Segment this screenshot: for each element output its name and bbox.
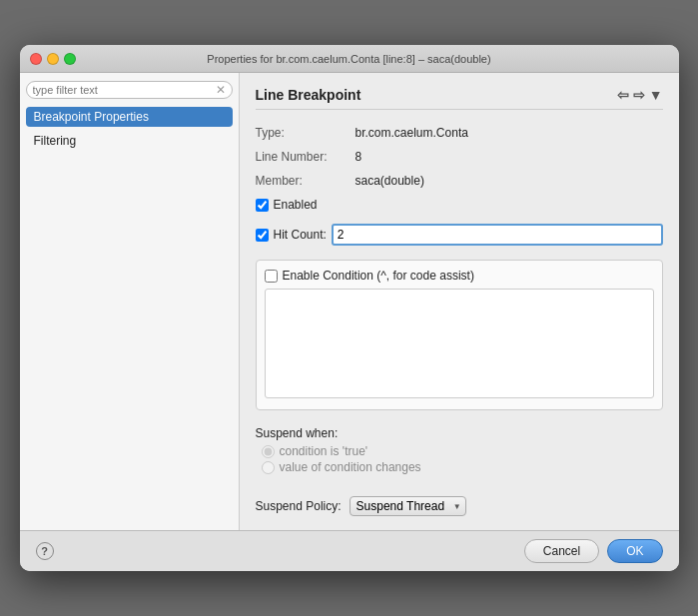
sidebar-item-breakpoint-properties[interactable]: Breakpoint Properties [26, 107, 233, 127]
condition-header: Enable Condition (^, for code assist) [265, 269, 654, 283]
sidebar: ✕ Breakpoint Properties Filtering [20, 73, 240, 530]
traffic-lights [30, 53, 76, 65]
cancel-button[interactable]: Cancel [524, 539, 599, 563]
maximize-button[interactable] [64, 53, 76, 65]
minimize-button[interactable] [47, 53, 59, 65]
condition-section: Enable Condition (^, for code assist) [256, 260, 663, 410]
suspend-policy-label: Suspend Policy: [256, 499, 342, 513]
dialog-content: ✕ Breakpoint Properties Filtering Line B… [20, 73, 679, 530]
menu-icon[interactable]: ▼ [649, 87, 663, 103]
radio-condition-true-row: condition is 'true' [256, 444, 663, 458]
section-title: Line Breakpoint [256, 87, 361, 103]
main-panel: Line Breakpoint ⇦ ⇨ ▼ Type: br.com.caelu… [240, 73, 679, 530]
member-value: saca(double) [355, 174, 424, 188]
forward-icon[interactable]: ⇨ [633, 87, 645, 103]
section-title-bar: Line Breakpoint ⇦ ⇨ ▼ [256, 87, 663, 110]
filter-input[interactable] [33, 84, 216, 96]
radio-condition-changes-row: value of condition changes [256, 460, 663, 474]
member-label: Member: [256, 174, 355, 188]
member-field-row: Member: saca(double) [256, 174, 663, 188]
suspend-policy-select[interactable]: Suspend Thread Suspend VM [349, 496, 466, 516]
action-buttons: Cancel OK [524, 539, 663, 563]
line-number-label: Line Number: [256, 150, 355, 164]
type-field-row: Type: br.com.caelum.Conta [256, 126, 663, 140]
filter-box: ✕ [26, 81, 233, 99]
radio-condition-changes[interactable] [262, 461, 275, 474]
enabled-checkbox[interactable] [256, 199, 269, 212]
title-bar: Properties for br.com.caelum.Conta [line… [20, 45, 679, 73]
radio-condition-changes-label: value of condition changes [280, 460, 421, 474]
condition-textarea[interactable] [265, 289, 654, 398]
hit-count-label: Hit Count: [274, 228, 327, 242]
help-button[interactable]: ? [36, 542, 54, 560]
suspend-when-section: Suspend when: condition is 'true' value … [256, 426, 663, 476]
hit-count-row: Hit Count: [256, 224, 663, 246]
line-number-field-row: Line Number: 8 [256, 150, 663, 164]
close-button[interactable] [30, 53, 42, 65]
radio-condition-true-label: condition is 'true' [280, 444, 368, 458]
ok-button[interactable]: OK [607, 539, 662, 563]
filter-clear-icon[interactable]: ✕ [216, 84, 226, 96]
condition-label: Enable Condition (^, for code assist) [283, 269, 474, 283]
bottom-bar: ? Cancel OK [20, 530, 679, 571]
sidebar-item-filtering[interactable]: Filtering [26, 131, 233, 151]
enabled-label: Enabled [274, 198, 318, 212]
dialog-window: Properties for br.com.caelum.Conta [line… [20, 45, 679, 571]
hit-count-input[interactable] [332, 224, 663, 246]
back-icon[interactable]: ⇦ [617, 87, 629, 103]
suspend-policy-row: Suspend Policy: Suspend Thread Suspend V… [256, 496, 663, 516]
suspend-when-label: Suspend when: [256, 426, 663, 440]
suspend-policy-wrapper: Suspend Thread Suspend VM [349, 496, 466, 516]
window-title: Properties for br.com.caelum.Conta [line… [207, 53, 490, 65]
condition-checkbox[interactable] [265, 270, 278, 283]
hit-count-checkbox[interactable] [256, 229, 269, 242]
enabled-row: Enabled [256, 198, 663, 212]
nav-icons: ⇦ ⇨ ▼ [617, 87, 663, 103]
radio-condition-true[interactable] [262, 445, 275, 458]
type-value: br.com.caelum.Conta [355, 126, 468, 140]
line-number-value: 8 [355, 150, 362, 164]
type-label: Type: [256, 126, 355, 140]
